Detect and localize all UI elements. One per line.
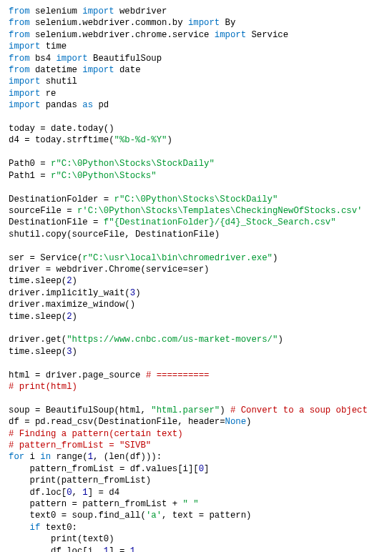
- code-line: time.sleep(2): [9, 312, 77, 322]
- code-line: pattern = pattern_fromList + " ": [9, 499, 199, 509]
- code-line: d4 = today.strftime("%b-%d-%Y"): [9, 135, 172, 145]
- code-line: from datetime import date: [9, 65, 141, 75]
- code-line: # pattern_fromList = "SIVB": [9, 440, 151, 450]
- code-line: DestinationFolder = r"C:\0Python\Stocks\…: [9, 194, 278, 204]
- code-line: import pandas as pd: [9, 100, 109, 110]
- code-line: driver.maximize_window(): [9, 300, 135, 310]
- code-line: today = date.today(): [9, 124, 114, 134]
- code-line: from selenium import webdriver: [9, 6, 167, 16]
- code-line: from selenium.webdriver.chrome.service i…: [9, 30, 288, 40]
- code-line: pattern_fromList = df.values[i][0]: [9, 464, 209, 474]
- code-line: ser = Service(r"C:\usr\local\bin\chromed…: [9, 253, 278, 263]
- code-line: import shutil: [9, 77, 77, 87]
- code-line: if text0:: [9, 523, 77, 533]
- code-line: html = driver.page_source # ==========: [9, 370, 209, 380]
- code-line: # Finding a pattern(certain text): [9, 429, 183, 439]
- code-line: driver.get("https://www.cnbc.com/us-mark…: [9, 335, 283, 345]
- code-line: import re: [9, 89, 56, 99]
- code-line: Path0 = r"C:\0Python\Stocks\StockDaily": [9, 159, 215, 169]
- code-line: Path1 = r"C:\0Python\Stocks": [9, 171, 157, 181]
- code-line: from bs4 import BeautifulSoup: [9, 54, 162, 64]
- code-line: driver.implicitly_wait(3): [9, 288, 141, 298]
- code-line: print(text0): [9, 534, 114, 544]
- code-line: driver = webdriver.Chrome(service=ser): [9, 265, 209, 275]
- code-line: # print(html): [9, 382, 77, 392]
- code-line: text0 = soup.find_all('a', text = patter…: [9, 511, 251, 521]
- code-line: df.loc[i, 1] = 1: [9, 546, 135, 552]
- code-line: df = pd.read_csv(DestinationFile, header…: [9, 417, 251, 427]
- code-line: import time: [9, 41, 67, 51]
- code-line: from selenium.webdriver.common.by import…: [9, 18, 235, 28]
- code-block: from selenium import webdriver from sele…: [0, 0, 392, 552]
- code-line: soup = BeautifulSoup(html, "html.parser"…: [9, 405, 368, 415]
- code-line: time.sleep(2): [9, 276, 77, 286]
- code-line: time.sleep(3): [9, 347, 77, 357]
- code-line: for i in range(1, (len(df))):: [9, 452, 162, 462]
- code-line: print(pattern_fromList): [9, 475, 151, 486]
- code-line: df.loc[0, 1] = d4: [9, 488, 119, 498]
- code-line: sourceFile = r'C:\0Python\Stocks\Templat…: [9, 206, 362, 216]
- code-line: DestinationFile = f"{DestinationFolder}/…: [9, 217, 336, 227]
- code-line: shutil.copy(sourceFile, DestinationFile): [9, 230, 220, 240]
